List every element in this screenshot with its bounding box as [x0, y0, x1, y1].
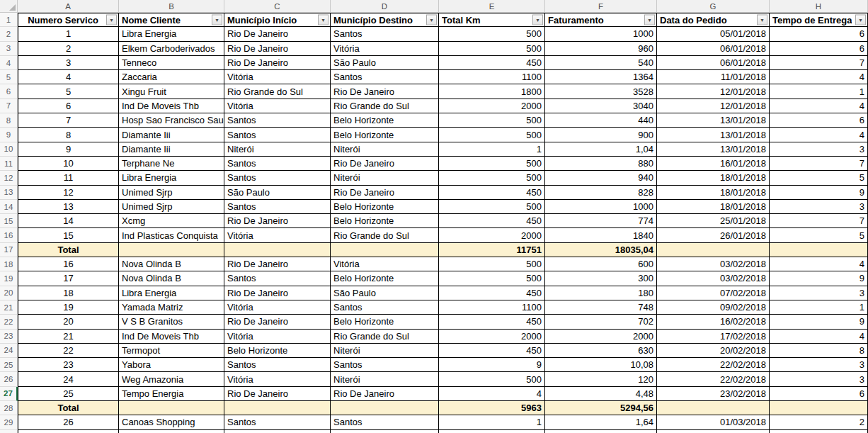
cell-B11[interactable]: Terphane Ne [119, 157, 224, 171]
cell-D10[interactable]: Niterói [331, 142, 439, 157]
row-header-4[interactable]: 4 [0, 56, 18, 70]
cell-E28[interactable]: 5963 [439, 401, 545, 415]
cell-C12[interactable]: Santos [224, 171, 331, 185]
cell-A25[interactable]: 23 [18, 358, 119, 372]
cell-E17[interactable]: 11751 [439, 243, 545, 257]
row-header-14[interactable]: 14 [0, 200, 18, 214]
cell-D5[interactable]: Santos [331, 70, 439, 84]
cell-B16[interactable]: Ind Plasticas Conquista [119, 228, 224, 242]
filter-header-cell-D1[interactable]: Município Destino▾ [331, 13, 439, 27]
cell-C18[interactable]: Rio De Janeiro [224, 257, 331, 271]
row-header-15[interactable]: 15 [0, 214, 18, 228]
cell-H24[interactable]: 8 [770, 344, 868, 358]
cell-B15[interactable]: Xcmg [119, 214, 224, 228]
cell-E19[interactable]: 500 [439, 271, 545, 286]
cell-B28[interactable] [119, 401, 224, 415]
row-header-20[interactable]: 20 [0, 286, 18, 300]
cell-C17[interactable] [224, 243, 331, 257]
column-header-G[interactable]: G [657, 0, 770, 13]
cell-A2[interactable]: 1 [18, 27, 119, 41]
cell-D2[interactable]: Santos [331, 27, 439, 41]
cell-G2[interactable]: 05/01/2018 [657, 27, 770, 41]
cell-B19[interactable]: Nova Olinda B [119, 271, 224, 286]
filter-header-cell-A1[interactable]: Numero Servico▾ [18, 13, 119, 27]
cell-D27[interactable]: Rio De Janeiro [331, 387, 439, 401]
cell-C13[interactable]: São Paulo [224, 186, 331, 200]
cell-E6[interactable]: 1800 [439, 84, 545, 99]
cell-E30[interactable] [439, 430, 545, 433]
cell-A7[interactable]: 6 [18, 99, 119, 113]
cell-H8[interactable]: 6 [770, 113, 868, 128]
cell-D21[interactable]: Santos [331, 300, 439, 315]
cell-D17[interactable] [331, 243, 439, 257]
cell-H29[interactable]: 2 [770, 415, 868, 429]
cell-B21[interactable]: Yamada Matriz [119, 300, 224, 315]
row-header-11[interactable]: 11 [0, 157, 18, 171]
cell-F7[interactable]: 3040 [545, 99, 657, 113]
cell-A8[interactable]: 7 [18, 113, 119, 128]
cell-C29[interactable]: Santos [224, 415, 331, 429]
cell-C23[interactable]: Vitória [224, 330, 331, 344]
row-header-6[interactable]: 6 [0, 84, 18, 99]
cell-B13[interactable]: Unimed Sjrp [119, 186, 224, 200]
cell-B5[interactable]: Zaccaria [119, 70, 224, 84]
cell-E5[interactable]: 1100 [439, 70, 545, 84]
cell-F6[interactable]: 3528 [545, 84, 657, 99]
cell-B30[interactable] [119, 430, 224, 433]
cell-D26[interactable]: Niterói [331, 372, 439, 386]
cell-C25[interactable]: Santos [224, 358, 331, 372]
cell-F23[interactable]: 2000 [545, 330, 657, 344]
cell-A16[interactable]: 15 [18, 228, 119, 242]
cell-H17[interactable] [770, 243, 868, 257]
cell-G11[interactable]: 16/01/2018 [657, 157, 770, 171]
cell-D15[interactable]: Belo Horizonte [331, 214, 439, 228]
cell-F11[interactable]: 880 [545, 157, 657, 171]
row-header-22[interactable]: 22 [0, 315, 18, 329]
cell-G12[interactable]: 18/01/2018 [657, 171, 770, 185]
cell-B10[interactable]: Diamante Iii [119, 142, 224, 157]
cell-F5[interactable]: 1364 [545, 70, 657, 84]
cell-D28[interactable] [331, 401, 439, 415]
row-header-10[interactable]: 10 [0, 142, 18, 157]
cell-G5[interactable]: 11/01/2018 [657, 70, 770, 84]
filter-dropdown-icon[interactable]: ▾ [532, 15, 543, 26]
cell-H6[interactable]: 1 [770, 84, 868, 99]
cell-H21[interactable]: 1 [770, 300, 868, 315]
cell-E4[interactable]: 450 [439, 56, 545, 70]
cell-C15[interactable]: Rio De Janeiro [224, 214, 331, 228]
cell-E25[interactable]: 9 [439, 358, 545, 372]
cell-A30[interactable] [18, 430, 119, 433]
cell-D23[interactable]: Rio Grande do Sul [331, 330, 439, 344]
cell-D22[interactable]: Belo Horizonte [331, 315, 439, 329]
cell-F24[interactable]: 630 [545, 344, 657, 358]
cell-D11[interactable]: Rio De Janeiro [331, 157, 439, 171]
filter-header-cell-B1[interactable]: Nome Cliente▾ [119, 13, 224, 27]
cell-H13[interactable]: 9 [770, 186, 868, 200]
cell-D20[interactable]: São Paulo [331, 286, 439, 300]
row-header-3[interactable]: 3 [0, 42, 18, 56]
cell-A19[interactable]: 17 [18, 271, 119, 286]
row-header-23[interactable]: 23 [0, 330, 18, 344]
cell-E13[interactable]: 450 [439, 186, 545, 200]
cell-B24[interactable]: Termopot [119, 344, 224, 358]
cell-H4[interactable]: 7 [770, 56, 868, 70]
cell-A21[interactable]: 19 [18, 300, 119, 315]
cell-G17[interactable] [657, 243, 770, 257]
cell-E14[interactable]: 500 [439, 200, 545, 214]
cell-G7[interactable]: 12/01/2018 [657, 99, 770, 113]
cell-H11[interactable]: 7 [770, 157, 868, 171]
cell-G29[interactable]: 01/03/2018 [657, 415, 770, 429]
cell-E26[interactable]: 500 [439, 372, 545, 386]
cell-G25[interactable]: 22/02/2018 [657, 358, 770, 372]
cell-C16[interactable]: Vitória [224, 228, 331, 242]
cell-E27[interactable]: 4 [439, 387, 545, 401]
cell-H27[interactable]: 6 [770, 387, 868, 401]
cell-H10[interactable]: 3 [770, 142, 868, 157]
cell-B18[interactable]: Nova Olinda B [119, 257, 224, 271]
filter-dropdown-icon[interactable]: ▾ [855, 15, 866, 26]
filter-dropdown-icon[interactable]: ▾ [212, 15, 222, 26]
cell-H18[interactable]: 4 [770, 257, 868, 271]
cell-C9[interactable]: Santos [224, 128, 331, 142]
cell-E24[interactable]: 450 [439, 344, 545, 358]
cell-G23[interactable]: 17/02/2018 [657, 330, 770, 344]
